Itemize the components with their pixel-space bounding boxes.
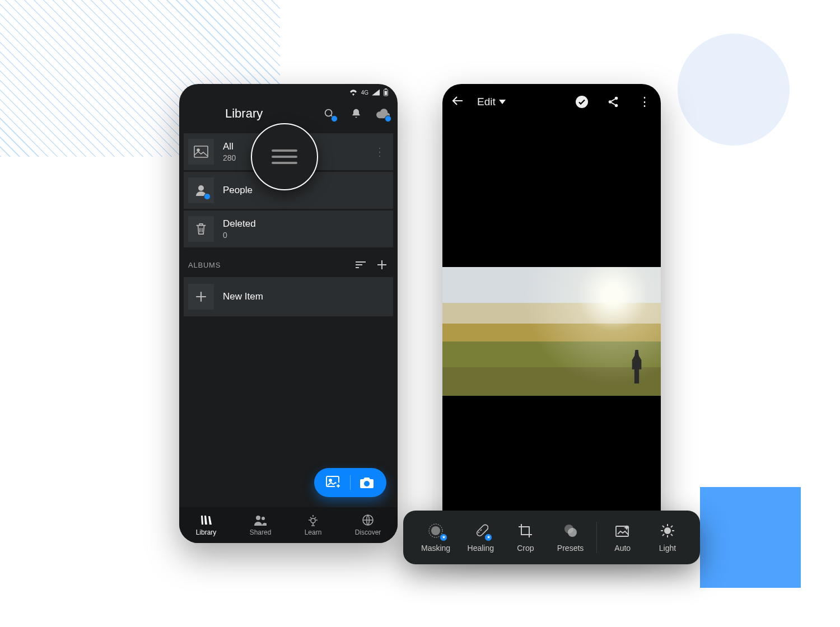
signal-icon xyxy=(372,89,380,96)
masking-icon xyxy=(427,522,444,539)
edit-header: Edit ⋮ xyxy=(442,84,661,120)
share-icon[interactable] xyxy=(606,95,620,109)
library-item-deleted[interactable]: Deleted 0 xyxy=(184,210,393,247)
more-vertical-icon[interactable]: ⋮ xyxy=(371,145,389,158)
library-phone: 4G Library xyxy=(179,84,398,543)
trash-icon xyxy=(188,216,214,242)
svg-point-11 xyxy=(256,516,260,520)
new-item-label: New Item xyxy=(223,291,263,302)
bell-icon[interactable] xyxy=(349,107,363,120)
albums-label: ALBUMS xyxy=(188,261,221,269)
battery-icon xyxy=(383,88,389,96)
add-album-icon[interactable] xyxy=(375,258,389,272)
tool-light[interactable]: Light xyxy=(645,522,690,553)
edit-toolbar: Masking Healing Crop Presets xyxy=(403,511,700,564)
library-item-label: People xyxy=(223,185,389,196)
nav-label: Library xyxy=(196,528,217,536)
tool-label: Crop xyxy=(517,544,534,553)
nav-learn[interactable]: Learn xyxy=(305,514,322,536)
svg-point-16 xyxy=(609,100,612,104)
sort-icon[interactable] xyxy=(354,258,367,272)
plus-icon xyxy=(188,284,214,310)
svg-point-8 xyxy=(329,479,332,481)
nav-library[interactable]: Library xyxy=(196,514,217,536)
more-vertical-icon[interactable]: ⋮ xyxy=(637,95,652,109)
svg-rect-1 xyxy=(385,88,387,90)
svg-point-20 xyxy=(431,526,440,535)
nav-discover[interactable]: Discover xyxy=(355,514,381,536)
nav-label: Learn xyxy=(305,528,322,536)
people-icon xyxy=(188,177,214,203)
svg-point-23 xyxy=(568,528,577,537)
nav-label: Shared xyxy=(250,528,272,536)
cloud-icon[interactable] xyxy=(376,107,390,120)
photo-subject xyxy=(629,350,644,383)
tool-label: Masking xyxy=(421,544,450,553)
hamburger-menu-callout[interactable] xyxy=(251,123,318,190)
nav-shared[interactable]: Shared xyxy=(250,514,272,536)
edit-title-text: Edit xyxy=(477,96,496,108)
svg-point-5 xyxy=(197,149,199,151)
camera-button[interactable] xyxy=(351,468,383,497)
svg-point-3 xyxy=(325,110,332,116)
new-album-item[interactable]: New Item xyxy=(184,277,393,316)
tool-label: Light xyxy=(659,544,676,553)
photo-viewport[interactable] xyxy=(442,120,661,543)
add-photo-fab xyxy=(314,468,386,497)
network-label: 4G xyxy=(361,90,368,96)
light-icon xyxy=(659,522,676,539)
tool-auto[interactable]: Auto xyxy=(600,522,645,553)
edit-title-dropdown[interactable]: Edit xyxy=(477,96,506,108)
svg-point-18 xyxy=(615,104,618,107)
svg-rect-4 xyxy=(194,146,208,157)
bottom-nav: Library Shared Learn Discover xyxy=(179,507,398,543)
toolbar-divider xyxy=(596,522,597,553)
learn-icon xyxy=(306,514,320,526)
library-item-count: 0 xyxy=(223,231,389,240)
svg-point-13 xyxy=(311,518,315,523)
crop-icon xyxy=(517,522,534,539)
tool-presets[interactable]: Presets xyxy=(548,522,593,553)
discover-icon xyxy=(361,514,375,526)
svg-point-6 xyxy=(198,185,204,191)
shared-icon xyxy=(254,514,267,526)
tool-crop[interactable]: Crop xyxy=(503,522,548,553)
tool-label: Presets xyxy=(557,544,584,553)
premium-badge xyxy=(440,534,447,541)
svg-point-17 xyxy=(615,97,618,100)
status-bar: 4G xyxy=(179,84,398,99)
svg-point-10 xyxy=(364,481,370,486)
svg-point-12 xyxy=(262,517,265,520)
edit-phone: Edit ⋮ xyxy=(442,84,661,543)
confirm-icon[interactable] xyxy=(575,95,589,109)
back-button[interactable] xyxy=(451,94,466,110)
page-title: Library xyxy=(225,106,316,121)
premium-badge xyxy=(484,534,492,541)
auto-icon xyxy=(614,522,631,539)
tool-label: Healing xyxy=(468,544,494,553)
add-image-button[interactable] xyxy=(318,468,350,497)
tool-label: Auto xyxy=(614,544,631,553)
edited-photo xyxy=(442,267,661,396)
library-icon xyxy=(199,514,213,526)
image-icon xyxy=(188,139,214,165)
svg-point-25 xyxy=(665,528,670,534)
nav-label: Discover xyxy=(355,528,381,536)
library-item-label: Deleted xyxy=(223,218,389,230)
search-icon[interactable] xyxy=(323,107,336,120)
svg-rect-2 xyxy=(385,91,387,95)
healing-icon xyxy=(472,522,489,539)
albums-section-header: ALBUMS xyxy=(179,249,398,277)
presets-icon xyxy=(562,522,579,539)
wifi-icon xyxy=(349,89,358,96)
hamburger-icon xyxy=(272,146,297,168)
tool-masking[interactable]: Masking xyxy=(413,522,458,553)
tool-healing[interactable]: Healing xyxy=(458,522,503,553)
